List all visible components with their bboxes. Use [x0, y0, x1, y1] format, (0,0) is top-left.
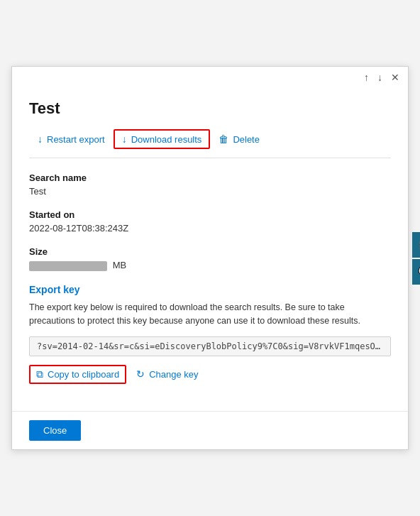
size-value: MB: [29, 260, 391, 271]
sidebar-icon-2[interactable]: 💬: [412, 259, 420, 285]
close-icon[interactable]: ✕: [391, 72, 399, 82]
key-actions: ⧉ Copy to clipboard ↻ Change key: [29, 365, 391, 384]
close-button[interactable]: Close: [29, 420, 81, 441]
search-name-section: Search name Test: [29, 172, 391, 197]
scroll-down-icon[interactable]: ↓: [377, 72, 382, 82]
delete-label: Delete: [233, 134, 260, 145]
download-results-button[interactable]: ↓ Download results: [114, 129, 211, 149]
sidebar-icons: 🎧 💬: [412, 232, 420, 285]
export-key-description: The export key below is required to down…: [29, 301, 391, 328]
size-unit: MB: [113, 260, 127, 270]
delete-icon: 🗑: [219, 133, 228, 145]
restart-export-button[interactable]: ↓ Restart export: [29, 129, 114, 149]
toolbar: ↓ Restart export ↓ Download results 🗑 De…: [29, 129, 391, 158]
footer: Close: [12, 411, 408, 449]
download-results-label: Download results: [131, 134, 202, 145]
restart-export-label: Restart export: [47, 134, 105, 145]
started-on-label: Started on: [29, 209, 391, 220]
window-header: ↑ ↓ ✕: [12, 67, 408, 88]
refresh-icon: ↻: [136, 368, 145, 380]
sidebar-icon-1[interactable]: 🎧: [412, 232, 420, 258]
size-section: Size MB: [29, 246, 391, 271]
copy-icon: ⧉: [36, 368, 43, 380]
export-key-title: Export key: [29, 284, 391, 295]
export-key-section: Export key The export key below is requi…: [29, 284, 391, 384]
download-results-icon: ↓: [122, 133, 127, 145]
download-icon: ↓: [38, 133, 43, 145]
scroll-up-icon[interactable]: ↑: [364, 72, 369, 82]
main-window: ↑ ↓ ✕ Test ↓ Restart export ↓ Download r…: [11, 66, 409, 449]
content-area: Test ↓ Restart export ↓ Download results…: [12, 88, 408, 410]
change-key-label: Change key: [149, 369, 198, 380]
delete-button[interactable]: 🗑 Delete: [210, 129, 268, 149]
change-key-button[interactable]: ↻ Change key: [129, 365, 205, 383]
size-label: Size: [29, 246, 391, 257]
page-title: Test: [29, 99, 391, 118]
size-bar: [29, 261, 107, 271]
started-on-value: 2022-08-12T08:38:243Z: [29, 223, 391, 234]
search-name-value: Test: [29, 186, 391, 197]
started-on-section: Started on 2022-08-12T08:38:243Z: [29, 209, 391, 234]
search-name-label: Search name: [29, 172, 391, 183]
copy-to-clipboard-button[interactable]: ⧉ Copy to clipboard: [29, 365, 126, 384]
copy-label: Copy to clipboard: [48, 369, 119, 380]
key-value-box: ?sv=2014-02-14&sr=c&si=eDiscoveryBlobPol…: [29, 336, 391, 356]
